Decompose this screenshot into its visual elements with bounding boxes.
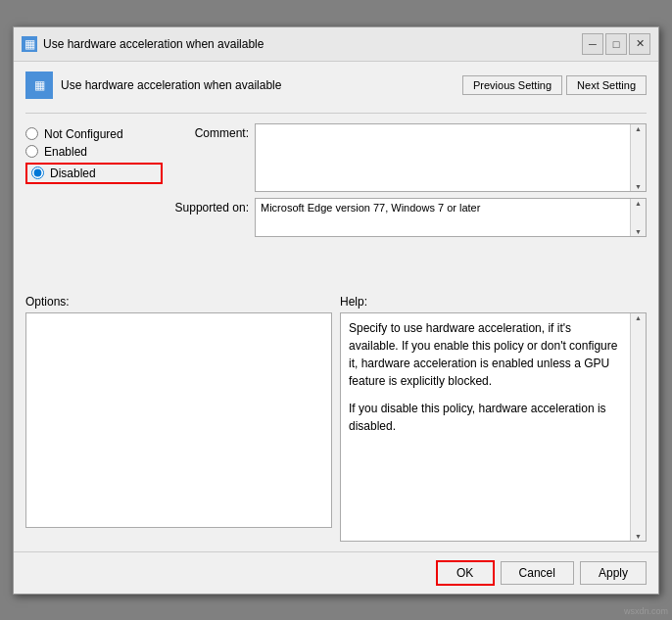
comment-scroll-up[interactable]: ▲ — [635, 125, 642, 132]
header-left: ▦ Use hardware acceleration when availab… — [25, 72, 281, 99]
maximize-button[interactable]: □ — [605, 33, 627, 55]
supported-value: Microsoft Edge version 77, Windows 7 or … — [256, 199, 630, 236]
options-help-area: Options: Help: Specify to use hardware a… — [25, 295, 647, 542]
help-box: Specify to use hardware acceleration, if… — [340, 312, 647, 542]
radio-group: Not Configured Enabled Disabled — [25, 123, 163, 188]
radio-enabled-label: Enabled — [44, 145, 87, 159]
supported-label: Supported on: — [170, 198, 249, 215]
title-bar: ▦ Use hardware acceleration when availab… — [14, 27, 658, 62]
supported-row: Supported on: Microsoft Edge version 77,… — [170, 198, 647, 237]
options-section: Options: — [25, 295, 332, 542]
comment-scroll-down[interactable]: ▼ — [635, 183, 642, 190]
apply-button[interactable]: Apply — [580, 561, 647, 585]
radio-disabled-input[interactable] — [31, 167, 44, 179]
help-scrollbar: ▲ ▼ — [630, 313, 646, 541]
help-paragraph-1: Specify to use hardware acceleration, if… — [349, 319, 622, 390]
comment-row: Comment: ▲ ▼ — [170, 123, 647, 192]
content-area: ▦ Use hardware acceleration when availab… — [14, 62, 658, 551]
header-divider — [25, 113, 647, 114]
radio-enabled[interactable]: Enabled — [25, 145, 163, 159]
help-scroll-down[interactable]: ▼ — [635, 533, 642, 540]
window-title: Use hardware acceleration when available — [43, 37, 264, 51]
comment-textarea[interactable] — [256, 124, 630, 191]
radio-not-configured[interactable]: Not Configured — [25, 127, 163, 141]
minimize-button[interactable]: ─ — [582, 33, 603, 55]
radio-disabled[interactable]: Disabled — [25, 163, 163, 184]
options-title: Options: — [25, 295, 332, 309]
main-area: Not Configured Enabled Disabled — [25, 123, 647, 288]
close-button[interactable]: ✕ — [629, 33, 650, 55]
window-icon: ▦ — [22, 36, 37, 52]
radio-disabled-label: Disabled — [50, 167, 96, 180]
radio-not-configured-input[interactable] — [25, 127, 38, 140]
watermark: wsxdn.com — [624, 606, 668, 616]
previous-setting-button[interactable]: Previous Setting — [462, 75, 562, 95]
next-setting-button[interactable]: Next Setting — [566, 75, 647, 95]
help-section: Help: Specify to use hardware accelerati… — [340, 295, 647, 542]
header-row: ▦ Use hardware acceleration when availab… — [25, 72, 647, 99]
supported-scrollbar: ▲ ▼ — [630, 199, 646, 236]
radio-not-configured-label: Not Configured — [44, 127, 123, 141]
radio-enabled-input[interactable] — [25, 145, 38, 158]
options-box — [25, 312, 332, 528]
supported-scroll-up[interactable]: ▲ — [635, 200, 642, 207]
comment-label: Comment: — [170, 123, 249, 140]
left-panel: Not Configured Enabled Disabled — [25, 123, 163, 288]
header-title: Use hardware acceleration when available — [61, 78, 281, 92]
comment-box: ▲ ▼ — [255, 123, 647, 192]
help-title: Help: — [340, 295, 647, 309]
supported-scroll-down[interactable]: ▼ — [635, 228, 642, 235]
title-bar-buttons: ─ □ ✕ — [582, 33, 650, 55]
cancel-button[interactable]: Cancel — [501, 561, 574, 585]
comment-scrollbar: ▲ ▼ — [630, 124, 646, 191]
main-window: ▦ Use hardware acceleration when availab… — [13, 26, 659, 595]
ok-button[interactable]: OK — [436, 560, 495, 586]
help-scroll-up[interactable]: ▲ — [635, 314, 642, 321]
help-paragraph-2: If you disable this policy, hardware acc… — [349, 400, 622, 435]
title-bar-left: ▦ Use hardware acceleration when availab… — [22, 36, 264, 52]
header-icon: ▦ — [25, 72, 53, 99]
right-panel: Comment: ▲ ▼ Supported on: Microsoft Edg… — [170, 123, 647, 288]
supported-box: Microsoft Edge version 77, Windows 7 or … — [255, 198, 647, 237]
header-buttons: Previous Setting Next Setting — [462, 75, 647, 95]
help-content: Specify to use hardware acceleration, if… — [341, 313, 630, 541]
bottom-bar: wsxdn.com OK Cancel Apply — [14, 551, 658, 594]
